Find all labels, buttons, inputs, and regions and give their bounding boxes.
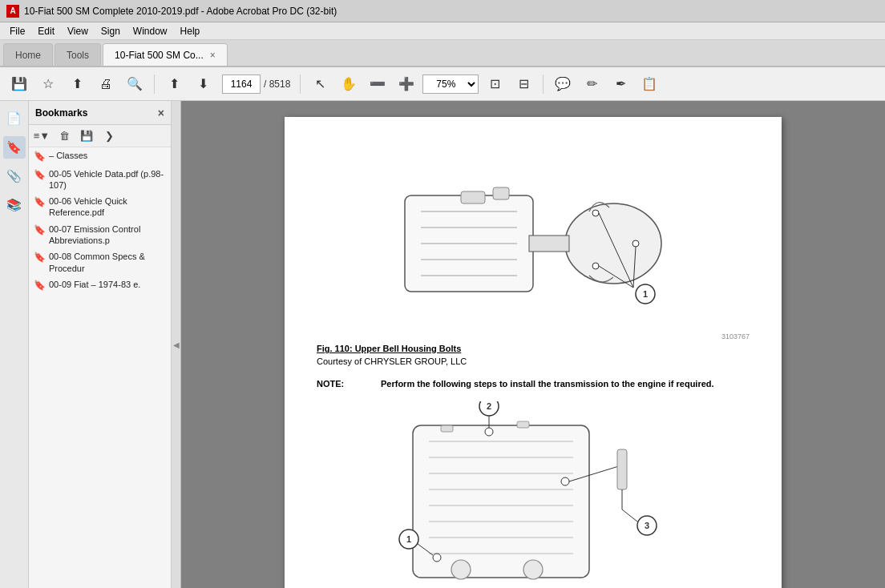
panel-resize-handle[interactable]: ◀ xyxy=(172,101,181,588)
bookmark-icon-3: 🔖 xyxy=(34,224,46,237)
bookmarks-panel: Bookmarks × ≡▼ 🗑 💾 ❯ 🔖 – Classes 🔖 00-05… xyxy=(29,101,172,588)
bm-delete-btn[interactable]: 🗑 xyxy=(55,127,74,145)
menu-view[interactable]: View xyxy=(61,24,95,38)
print-button[interactable]: 🖨 xyxy=(93,71,119,97)
tab-bar: Home Tools 10-Fiat 500 SM Co... × xyxy=(0,40,885,67)
bookmark-icon-5: 🔖 xyxy=(34,280,46,292)
app-icon: A xyxy=(6,5,19,18)
pdf-viewer[interactable]: 1 3103767 Fig. 110: Upper Bell Housing B… xyxy=(181,101,885,588)
fig-caption-1: Fig. 110: Upper Bell Housing Bolts xyxy=(317,344,750,353)
menu-file[interactable]: File xyxy=(3,24,31,38)
bookmark-button[interactable]: ☆ xyxy=(35,71,61,97)
page-total: / 8518 xyxy=(264,79,290,90)
nav-pages-btn[interactable]: 📄 xyxy=(3,107,26,130)
fig-link-1[interactable]: Fig. 110: Upper Bell Housing Bolts xyxy=(317,344,461,353)
bookmarks-close-btn[interactable]: × xyxy=(158,107,164,119)
svg-text:1: 1 xyxy=(406,534,411,544)
bookmark-item-1[interactable]: 🔖 00-05 Vehicle Data.pdf (p.98-107) xyxy=(29,166,171,194)
fig-source-1: Courtesy of CHRYSLER GROUP, LLC xyxy=(317,356,750,366)
bookmark-text-1: 00-05 Vehicle Data.pdf (p.98-107) xyxy=(49,168,166,191)
bookmark-icon-2: 🔖 xyxy=(34,196,46,209)
svg-rect-37 xyxy=(617,449,627,489)
bookmark-icon-4: 🔖 xyxy=(34,252,46,264)
bookmarks-list: 🔖 – Classes 🔖 00-05 Vehicle Data.pdf (p.… xyxy=(29,147,171,588)
tab-document[interactable]: 10-Fiat 500 SM Co... × xyxy=(103,43,228,66)
bookmark-text-3: 00-07 Emission Control Abbreviations.p xyxy=(49,224,166,247)
highlight-btn[interactable]: ✏ xyxy=(579,71,604,97)
bookmark-item-0[interactable]: 🔖 – Classes xyxy=(29,147,171,166)
title-text: 10-Fiat 500 SM Complete 2010-2019.pdf - … xyxy=(24,6,337,17)
fig-number-1: 3103767 xyxy=(317,332,750,340)
svg-rect-44 xyxy=(441,425,453,432)
bm-save-btn[interactable]: 💾 xyxy=(77,127,96,145)
page-number-input[interactable] xyxy=(222,75,261,94)
bm-expand-btn[interactable]: ❯ xyxy=(99,127,119,145)
zoom-out-button[interactable]: 🔍 xyxy=(122,71,148,97)
nav-bookmarks-btn[interactable]: 🔖 xyxy=(3,136,26,159)
svg-point-35 xyxy=(561,477,569,485)
hand-tool[interactable]: ✋ xyxy=(336,71,362,97)
main-area: 📄 🔖 📎 📚 Bookmarks × ≡▼ 🗑 💾 ❯ 🔖 – Classes… xyxy=(0,101,885,588)
fig-lower-svg: 1 2 3 xyxy=(397,401,669,588)
svg-point-10 xyxy=(632,240,639,247)
figure-110-diagram: 1 xyxy=(317,147,750,326)
tab-home-label: Home xyxy=(15,50,41,61)
bookmarks-toolbar: ≡▼ 🗑 💾 ❯ xyxy=(29,125,171,147)
bookmarks-title: Bookmarks xyxy=(35,107,87,119)
attach-button[interactable]: ⬆ xyxy=(64,71,90,97)
svg-point-27 xyxy=(433,554,441,562)
tab-tools[interactable]: Tools xyxy=(55,43,101,66)
nav-attachments-btn[interactable]: 📎 xyxy=(3,165,26,187)
svg-point-8 xyxy=(592,263,599,269)
svg-rect-16 xyxy=(461,191,485,203)
title-bar: A 10-Fiat 500 SM Complete 2010-2019.pdf … xyxy=(0,0,885,22)
svg-rect-2 xyxy=(529,236,569,252)
svg-point-9 xyxy=(592,210,599,216)
note-text: Perform the following steps to install t… xyxy=(381,379,750,389)
form-btn[interactable]: 📋 xyxy=(636,71,662,97)
svg-line-39 xyxy=(622,509,637,522)
zoom-in-btn[interactable]: ➕ xyxy=(394,71,419,97)
page-nav: / 8518 xyxy=(222,75,290,94)
bookmark-item-3[interactable]: 🔖 00-07 Emission Control Abbreviations.p xyxy=(29,221,171,249)
menu-edit[interactable]: Edit xyxy=(31,24,61,38)
prev-page-button[interactable]: ⬆ xyxy=(161,71,187,97)
menu-bar: File Edit View Sign Window Help xyxy=(0,22,885,40)
svg-point-43 xyxy=(523,560,543,579)
bookmark-item-4[interactable]: 🔖 00-08 Common Specs & Procedur xyxy=(29,248,171,276)
bookmark-item-5[interactable]: 🔖 00-09 Fiat – 1974-83 e. xyxy=(29,276,171,295)
menu-window[interactable]: Window xyxy=(127,24,174,38)
svg-text:3: 3 xyxy=(645,521,649,530)
nav-layers-btn[interactable]: 📚 xyxy=(3,194,26,216)
fit-page-btn[interactable]: ⊡ xyxy=(482,71,507,97)
svg-text:1: 1 xyxy=(643,289,648,299)
zoom-out-btn2[interactable]: ➖ xyxy=(365,71,390,97)
tab-home[interactable]: Home xyxy=(3,43,53,66)
bookmark-text-2: 00-06 Vehicle Quick Reference.pdf xyxy=(49,195,166,219)
fit-width-btn[interactable]: ⊟ xyxy=(511,71,536,97)
bookmark-text-4: 00-08 Common Specs & Procedur xyxy=(49,251,166,274)
toolbar-sep-2 xyxy=(300,75,301,94)
toolbar-sep-3 xyxy=(543,75,544,94)
menu-help[interactable]: Help xyxy=(174,24,207,38)
bookmarks-header: Bookmarks × xyxy=(29,101,171,125)
save-button[interactable]: 💾 xyxy=(6,71,32,97)
zoom-select[interactable]: 50% 75% 100% 125% 150% 200% xyxy=(422,75,479,94)
menu-sign[interactable]: Sign xyxy=(95,24,127,38)
svg-text:2: 2 xyxy=(487,401,491,411)
tab-tools-label: Tools xyxy=(67,50,89,61)
comment-btn[interactable]: 💬 xyxy=(550,71,576,97)
tab-close-button[interactable]: × xyxy=(210,50,216,61)
bookmark-icon-1: 🔖 xyxy=(34,169,46,182)
cursor-tool[interactable]: ↖ xyxy=(307,71,333,97)
pdf-page: 1 3103767 Fig. 110: Upper Bell Housing B… xyxy=(285,117,782,588)
note-label: NOTE: xyxy=(317,379,381,389)
left-panel-icons: 📄 🔖 📎 📚 xyxy=(0,101,29,588)
tab-document-label: 10-Fiat 500 SM Co... xyxy=(115,50,204,61)
svg-rect-17 xyxy=(493,187,509,199)
sign-btn[interactable]: ✒ xyxy=(608,71,633,97)
bm-options-btn[interactable]: ≡▼ xyxy=(32,127,51,145)
fig-110-svg: 1 xyxy=(397,147,669,324)
next-page-button[interactable]: ⬇ xyxy=(190,71,216,97)
bookmark-item-2[interactable]: 🔖 00-06 Vehicle Quick Reference.pdf xyxy=(29,193,171,221)
